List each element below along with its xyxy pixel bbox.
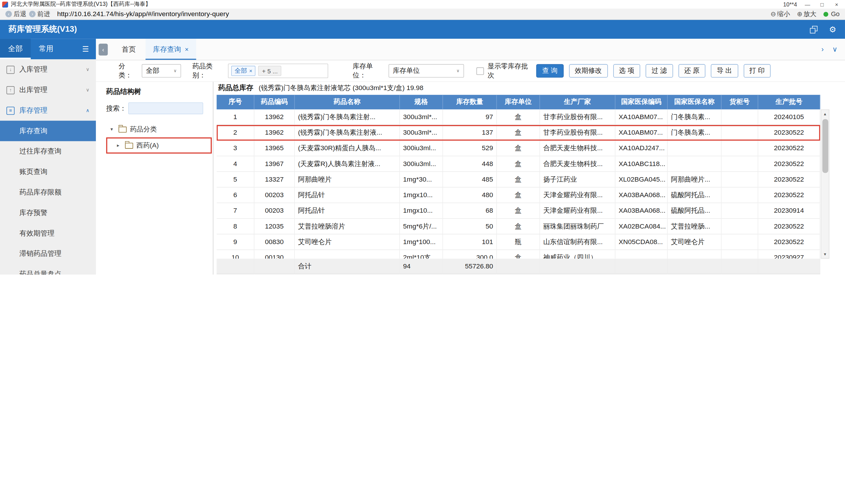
tabs-list-icon[interactable]: ∨ [832,45,838,53]
caret-down-icon: ▾ [111,127,115,132]
column-header[interactable]: 规格 [400,95,443,109]
cell: 9 [217,234,254,250]
sidebar-item-stock-limit[interactable]: 药品库存限额 [0,182,96,203]
column-header[interactable]: 药品编码 [254,95,295,109]
cell: 300iu3ml... [400,156,443,172]
sidebar-item-expiry-management[interactable]: 有效期管理 [0,223,96,244]
scrollbar-thumb[interactable] [822,119,828,173]
sidebar-item-outbound[interactable]: ↑ 出库管理 ∨ [0,80,96,100]
cell: 1mg*30... [400,172,443,187]
windows-restore-icon[interactable] [810,25,817,33]
table-row[interactable]: 4 13967 (天麦霖R)人胰岛素注射液... 300iu3ml... 448… [217,156,820,172]
table-row[interactable]: 7 00203 阿托品针 1mgx10... 68 盒 天津金耀药业有限... … [217,203,820,219]
close-button[interactable]: × [833,1,841,7]
back-button[interactable]: ‹ 后退 [5,10,26,18]
tag-close-icon[interactable]: × [249,68,252,74]
cell [668,250,722,258]
column-header[interactable]: 国家医保编码 [615,95,668,109]
selected-node-highlight: ▸ 西药(A) [106,137,212,154]
chevron-down-icon: ∨ [167,68,177,73]
table-row-partial[interactable]: 10 00130 2ml*10支... 300.0 盒 神威药业（四川）... [217,250,820,258]
scroll-down-icon[interactable]: ▼ [821,250,829,258]
scroll-up-icon[interactable]: ▲ [821,110,829,118]
column-header[interactable]: 库存单位 [497,95,540,109]
cell [721,250,758,258]
chevron-down-icon: ∨ [86,87,89,93]
cell: XA10ABM07... [615,125,668,141]
show-zero-stock-checkbox[interactable] [476,67,484,75]
unit-select[interactable]: 库存单位 ∨ [389,64,464,78]
tab-close-icon[interactable]: × [185,46,188,53]
cell: 00830 [254,234,295,250]
sidebar: 全部 常用 ☰ ↓ 入库管理 ∨ ↑ 出库管理 ∨ ≡ 库存管理 ∧ [0,39,96,275]
cell: 13962 [254,109,295,125]
sidebar-item-inbound[interactable]: ↓ 入库管理 ∨ [0,59,96,80]
minimize-button[interactable]: — [804,1,812,7]
cell [721,141,758,156]
column-header[interactable]: 库存数量 [443,95,497,109]
address-bar[interactable]: http://10.16.241.74/his-yk/app/#/invento… [57,10,229,18]
table-row[interactable]: 9 00830 艾司唑仑片 1mg*100... 101 瓶 山东信谊制药有限.… [217,234,820,250]
table-row[interactable]: 8 12035 艾普拉唑肠溶片 5mg*6片/... 50 盒 丽珠集团丽珠制药… [217,219,820,234]
table-row[interactable]: 5 13327 阿那曲唑片 1mg*30... 485 盒 扬子江药业 XL02… [217,172,820,187]
sidebar-item-inventory-query[interactable]: 库存查询 [0,121,96,141]
column-header[interactable]: 序号 [217,95,254,109]
cell: 00203 [254,187,295,203]
tabs-scroll-right-icon[interactable]: › [821,45,824,53]
collapse-sidebar-button[interactable]: ‹ [98,43,108,55]
vertical-scrollbar[interactable]: ▲ ▼ [821,109,829,259]
total-row: 合计 94 55726.80 [217,259,820,274]
cell: 阿那曲唑片... [668,172,722,187]
zoom-out-label: 缩小 [777,10,790,18]
maximize-button[interactable]: □ [818,1,826,7]
drug-type-tag-input[interactable]: 全部 × + 5 ... [228,64,329,78]
table-row[interactable]: 3 13965 (天麦霖30R)精蛋白人胰岛... 300iu3ml... 52… [217,141,820,156]
filter-button[interactable]: 过 滤 [646,64,673,78]
restore-button[interactable]: 还 原 [678,64,706,78]
inbound-icon: ↓ [6,66,15,74]
sidebar-tab-common[interactable]: 常用 [31,39,61,59]
cell: 2 [217,125,254,141]
drug-type-tag[interactable]: 全部 × [232,66,255,76]
options-button[interactable]: 选 项 [613,64,640,78]
table-row-selected[interactable]: 2 13962 (锐秀霖)门冬胰岛素注射液... 300u3ml*... 137… [217,125,820,141]
hamburger-icon[interactable]: ☰ [75,39,96,59]
settings-gear-icon[interactable]: ⚙ [829,25,837,34]
column-header[interactable]: 货柜号 [721,95,758,109]
column-header[interactable]: 国家医保名称 [668,95,722,109]
cell: 20230522 [758,234,820,250]
cell: 1mgx10... [400,187,443,203]
sidebar-item-inventory[interactable]: ≡ 库存管理 ∧ [0,100,96,121]
cell [721,259,758,274]
sidebar-item-total-stocktake[interactable]: 药品总量盘点 [0,264,96,275]
column-header[interactable]: 生产厂家 [540,95,615,109]
category-select[interactable]: 全部 ∨ [142,64,181,78]
tree-node-western-medicine[interactable]: ▸ 西药(A) [117,139,211,152]
go-button[interactable]: Go [823,10,840,18]
forward-button[interactable]: › 前进 [29,10,50,18]
tab-inventory-query[interactable]: 库存查询 × [145,39,196,60]
sidebar-tab-all[interactable]: 全部 [0,39,31,59]
query-button[interactable]: 查 询 [536,64,564,78]
drug-type-more-tag[interactable]: + 5 ... [258,66,281,76]
column-header[interactable]: 生产批号 [758,95,820,109]
table-row[interactable]: 1 13962 (锐秀霖)门冬胰岛素注射... 300u3ml*... 97 盒… [217,109,820,125]
tab-home[interactable]: 首页 [114,39,143,60]
zoom-out-button[interactable]: ⊖ 缩小 [771,10,790,18]
cell: 485 [443,172,497,187]
export-button[interactable]: 导 出 [711,64,738,78]
print-button[interactable]: 打 印 [743,64,771,78]
sidebar-item-past-inventory-query[interactable]: 过往库存查询 [0,141,96,162]
sidebar-item-stock-warning[interactable]: 库存预警 [0,203,96,223]
sidebar-item-slow-moving[interactable]: 滞销药品管理 [0,244,96,264]
table-row[interactable]: 6 00203 阿托品针 1mgx10... 480 盒 天津金耀药业有限...… [217,187,820,203]
tree-search-input[interactable] [128,102,203,114]
cell: 阿托品针 [295,187,400,203]
column-header[interactable]: 药品名称 [295,95,400,109]
zoom-in-button[interactable]: ⊕ 放大 [797,10,816,18]
expiry-modify-button[interactable]: 效期修改 [569,64,608,78]
cell: 4 [217,156,254,172]
tree-node-drug-category[interactable]: ▾ 药品分类 [106,123,213,136]
search-label: 搜索： [106,104,126,113]
sidebar-item-ledger-query[interactable]: 账页查询 [0,162,96,182]
